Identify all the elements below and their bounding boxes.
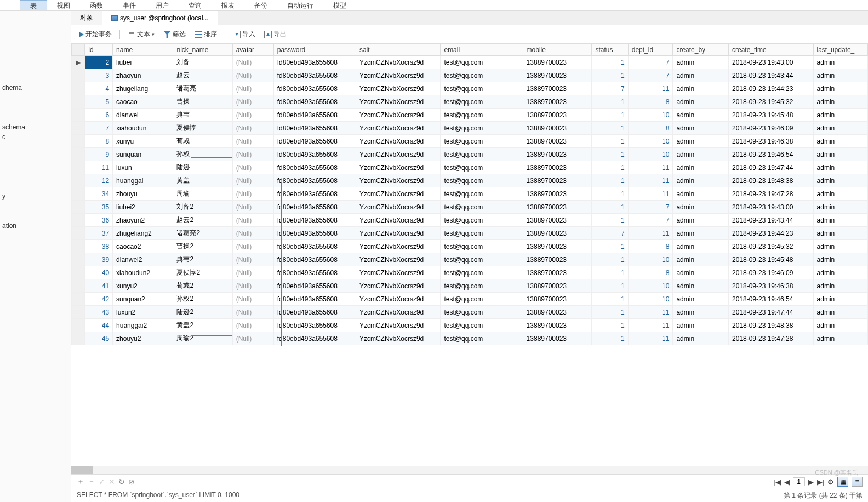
cell-ct[interactable]: 2018-09-23 19:43:00 xyxy=(728,201,813,214)
cell-ct[interactable]: 2018-09-23 19:46:38 xyxy=(728,135,813,148)
menu-3[interactable]: 函数 xyxy=(80,0,113,10)
cell-name[interactable]: zhouyu xyxy=(113,187,173,201)
sidebar-item[interactable] xyxy=(0,53,71,62)
cell-avatar[interactable]: (Null) xyxy=(232,279,273,293)
cell-status[interactable]: 1 xyxy=(592,266,628,279)
cell-mobile[interactable]: 13889700023 xyxy=(523,332,592,345)
cell-salt[interactable]: YzcmCZNvbXocrsz9d xyxy=(356,306,441,319)
first-record-button[interactable]: |◀ xyxy=(773,478,780,486)
cell-pw[interactable]: fd80ebd493a655608 xyxy=(273,82,356,95)
cell-salt[interactable]: YzcmCZNvbXocrsz9d xyxy=(356,319,441,332)
cell-mobile[interactable]: 13889700023 xyxy=(523,82,592,95)
sidebar-item[interactable] xyxy=(0,171,71,181)
cell-id[interactable]: 3 xyxy=(85,69,113,82)
cell-salt[interactable]: YzcmCZNvbXocrsz9d xyxy=(356,253,441,266)
cell-email[interactable]: test@qq.com xyxy=(441,161,523,174)
cell-nick[interactable]: 陆逊2 xyxy=(173,306,232,319)
cell-dept[interactable]: 11 xyxy=(628,174,673,187)
cell-mobile[interactable]: 13889700023 xyxy=(523,319,592,332)
cell-email[interactable]: test@qq.com xyxy=(441,266,523,279)
cell-lu[interactable]: admin xyxy=(813,214,867,227)
cell-avatar[interactable]: (Null) xyxy=(232,56,273,69)
cell-avatar[interactable]: (Null) xyxy=(232,69,273,82)
cell-status[interactable]: 1 xyxy=(592,161,628,174)
cell-lu[interactable]: admin xyxy=(813,293,867,306)
cell-avatar[interactable]: (Null) xyxy=(232,135,273,148)
cell-nick[interactable]: 诸葛亮 xyxy=(173,82,232,95)
cell-id[interactable]: 39 xyxy=(85,253,113,266)
cell-ct[interactable]: 2018-09-23 19:46:54 xyxy=(728,293,813,306)
menu-6[interactable]: 查询 xyxy=(179,0,212,10)
cell-name[interactable]: luxun xyxy=(113,161,173,174)
cell-pw[interactable]: fd80ebd493a655608 xyxy=(273,56,356,69)
column-header[interactable]: id xyxy=(85,44,113,56)
cell-salt[interactable]: YzcmCZNvbXocrsz9d xyxy=(356,56,441,69)
cell-lu[interactable]: admin xyxy=(813,69,867,82)
cell-pw[interactable]: fd80ebd493a655608 xyxy=(273,161,356,174)
column-header[interactable]: name xyxy=(113,44,173,56)
cell-by[interactable]: admin xyxy=(673,82,729,95)
cell-dept[interactable]: 10 xyxy=(628,148,673,161)
menu-5[interactable]: 用户 xyxy=(146,0,179,10)
cell-salt[interactable]: YzcmCZNvbXocrsz9d xyxy=(356,135,441,148)
cell-pw[interactable]: fd80ebd493a655608 xyxy=(273,148,356,161)
cell-id[interactable]: 12 xyxy=(85,174,113,187)
cell-lu[interactable]: admin xyxy=(813,240,867,253)
cell-email[interactable]: test@qq.com xyxy=(441,82,523,95)
cell-name[interactable]: zhugeliang2 xyxy=(113,227,173,240)
cell-nick[interactable]: 曹操2 xyxy=(173,240,232,253)
text-button[interactable]: 文本▾ xyxy=(125,28,157,40)
cell-name[interactable]: caocao2 xyxy=(113,240,173,253)
cell-pw[interactable]: fd80ebd493a655608 xyxy=(273,227,356,240)
cell-mobile[interactable]: 13889700023 xyxy=(523,253,592,266)
cell-nick[interactable]: 孙权 xyxy=(173,148,232,161)
menu-9[interactable]: 自动运行 xyxy=(277,0,323,10)
cell-status[interactable]: 1 xyxy=(592,332,628,345)
cell-mobile[interactable]: 13889700023 xyxy=(523,214,592,227)
cell-id[interactable]: 34 xyxy=(85,187,113,201)
table-row[interactable]: 8xunyu荀彧(Null)fd80ebd493a655608YzcmCZNvb… xyxy=(72,135,868,148)
grid-view-button[interactable]: ▦ xyxy=(837,477,848,487)
cell-ct[interactable]: 2018-09-23 19:44:23 xyxy=(728,227,813,240)
sidebar-item[interactable] xyxy=(0,102,71,112)
cell-nick[interactable]: 黄盖2 xyxy=(173,319,232,332)
cell-lu[interactable]: admin xyxy=(813,56,867,69)
cell-by[interactable]: admin xyxy=(673,161,729,174)
cell-mobile[interactable]: 13889700023 xyxy=(523,187,592,201)
cell-mobile[interactable]: 13889700023 xyxy=(523,56,592,69)
cell-id[interactable]: 42 xyxy=(85,293,113,306)
cell-status[interactable]: 1 xyxy=(592,187,628,201)
cell-avatar[interactable]: (Null) xyxy=(232,266,273,279)
cell-email[interactable]: test@qq.com xyxy=(441,69,523,82)
cell-salt[interactable]: YzcmCZNvbXocrsz9d xyxy=(356,201,441,214)
cell-status[interactable]: 7 xyxy=(592,82,628,95)
cell-dept[interactable]: 10 xyxy=(628,293,673,306)
column-header[interactable]: dept_id xyxy=(628,44,673,56)
cell-ct[interactable]: 2018-09-23 19:46:09 xyxy=(728,122,813,135)
sidebar-item[interactable]: y xyxy=(0,191,71,201)
cell-ct[interactable]: 2018-09-23 19:48:38 xyxy=(728,174,813,187)
cell-salt[interactable]: YzcmCZNvbXocrsz9d xyxy=(356,332,441,345)
cell-salt[interactable]: YzcmCZNvbXocrsz9d xyxy=(356,82,441,95)
cell-dept[interactable]: 10 xyxy=(628,253,673,266)
menu-2[interactable]: 视图 xyxy=(47,0,80,10)
cell-status[interactable]: 1 xyxy=(592,148,628,161)
cell-lu[interactable]: admin xyxy=(813,148,867,161)
sidebar-item[interactable] xyxy=(0,151,71,161)
cell-pw[interactable]: fd80ebd493a655608 xyxy=(273,253,356,266)
cell-nick[interactable]: 周瑜2 xyxy=(173,332,232,345)
cell-id[interactable]: 40 xyxy=(85,266,113,279)
cell-id[interactable]: 11 xyxy=(85,161,113,174)
cell-salt[interactable]: YzcmCZNvbXocrsz9d xyxy=(356,161,441,174)
column-header[interactable]: last_update_ xyxy=(813,44,867,56)
sidebar-item[interactable]: ation xyxy=(0,220,71,230)
cell-by[interactable]: admin xyxy=(673,227,729,240)
cell-nick[interactable]: 曹操 xyxy=(173,95,232,109)
cell-pw[interactable]: fd80ebd493a655608 xyxy=(273,293,356,306)
menu-1[interactable]: 表 xyxy=(20,0,47,10)
cell-pw[interactable]: fd80ebd493a655608 xyxy=(273,240,356,253)
cell-salt[interactable]: YzcmCZNvbXocrsz9d xyxy=(356,122,441,135)
cell-dept[interactable]: 7 xyxy=(628,201,673,214)
cell-email[interactable]: test@qq.com xyxy=(441,95,523,109)
cell-pw[interactable]: fd80ebd493a655608 xyxy=(273,135,356,148)
